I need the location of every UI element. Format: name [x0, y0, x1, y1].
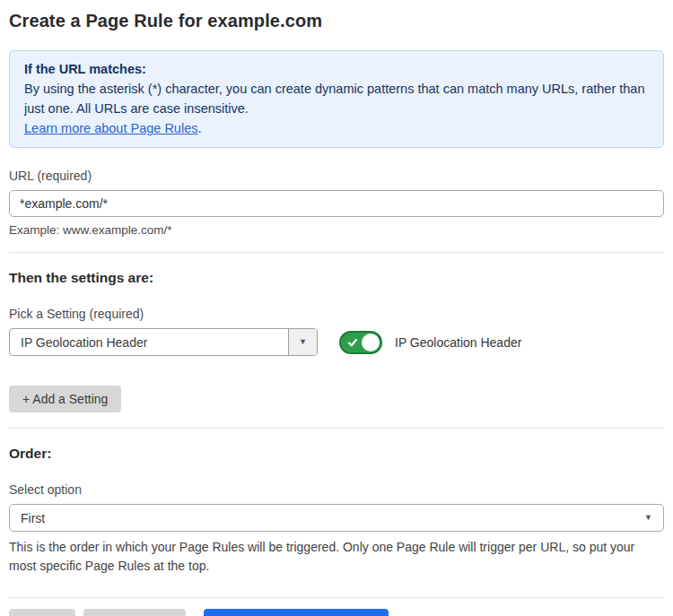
save-as-draft-button[interactable]: Save as Draft	[83, 609, 187, 616]
cancel-button[interactable]: Cancel	[9, 609, 75, 616]
order-helper-text: This is the order in which your Page Rul…	[9, 538, 664, 576]
setting-select-arrow-button[interactable]: ▼	[288, 329, 317, 355]
info-box-heading: If the URL matches:	[24, 59, 649, 79]
divider	[9, 252, 664, 253]
divider	[9, 428, 664, 429]
add-setting-button[interactable]: + Add a Setting	[9, 386, 121, 412]
setting-row: IP Geolocation Header ▼ IP Geolocation H…	[9, 328, 664, 356]
setting-select-value: IP Geolocation Header	[10, 329, 288, 355]
create-page-rule-form: Create a Page Rule for example.com If th…	[0, 0, 673, 616]
chevron-down-icon: ▼	[299, 338, 307, 346]
order-select[interactable]: First ▼	[9, 504, 664, 532]
pick-setting-label: Pick a Setting (required)	[9, 307, 664, 321]
chevron-down-icon: ▼	[644, 514, 652, 522]
info-box-body: By using the asterisk (*) character, you…	[24, 79, 649, 118]
save-and-deploy-button[interactable]: Save and Deploy Page Rule	[204, 609, 389, 616]
url-input[interactable]	[9, 190, 664, 217]
url-match-info-box: If the URL matches: By using the asteris…	[9, 50, 664, 148]
setting-select[interactable]: IP Geolocation Header ▼	[9, 328, 318, 356]
info-box-link-line: Learn more about Page Rules.	[24, 118, 649, 138]
url-label: URL (required)	[9, 169, 664, 183]
divider	[9, 597, 664, 598]
url-example-helper: Example: www.example.com/*	[9, 223, 664, 237]
toggle-label: IP Geolocation Header	[395, 335, 521, 350]
link-suffix: .	[197, 121, 201, 135]
check-icon	[347, 337, 358, 348]
select-option-label: Select option	[9, 482, 664, 497]
learn-more-link[interactable]: Learn more about Page Rules	[24, 121, 197, 135]
ip-geolocation-toggle[interactable]	[339, 331, 382, 354]
order-select-value: First	[21, 511, 644, 525]
footer-button-row: Cancel Save as Draft Save and Deploy Pag…	[9, 609, 664, 616]
toggle-knob	[362, 334, 380, 351]
order-section-heading: Order:	[9, 446, 664, 462]
settings-section-heading: Then the settings are:	[9, 270, 664, 286]
page-title: Create a Page Rule for example.com	[9, 11, 664, 31]
